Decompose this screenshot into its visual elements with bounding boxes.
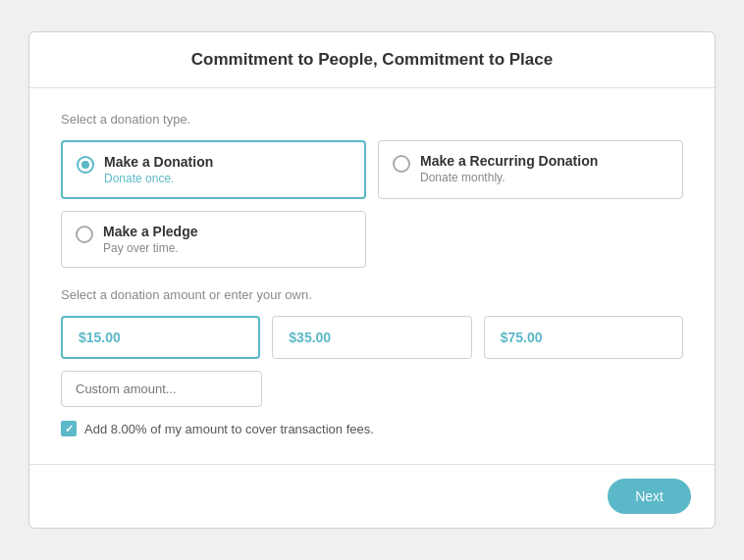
donation-type-recurring[interactable]: Make a Recurring Donation Donate monthly… — [378, 140, 683, 199]
option-title-once: Make a Donation — [104, 154, 213, 170]
option-text-once: Make a Donation Donate once. — [104, 154, 213, 185]
amount-grid: $15.00 $35.00 $75.00 — [61, 316, 683, 359]
donation-card: Commitment to People, Commitment to Plac… — [28, 31, 716, 529]
option-text-pledge: Make a Pledge Pay over time. — [103, 224, 198, 255]
card-title: Commitment to People, Commitment to Plac… — [191, 50, 553, 69]
option-title-recurring: Make a Recurring Donation — [420, 153, 598, 169]
card-footer: Next — [29, 464, 715, 528]
option-text-recurring: Make a Recurring Donation Donate monthly… — [420, 153, 598, 184]
fees-checkbox[interactable] — [61, 421, 77, 436]
custom-amount-input[interactable] — [61, 371, 262, 407]
card-body: Select a donation type. Make a Donation … — [29, 88, 715, 464]
donation-type-once[interactable]: Make a Donation Donate once. — [61, 140, 366, 199]
donation-type-label: Select a donation type. — [61, 112, 683, 127]
radio-pledge — [76, 226, 93, 243]
card-header: Commitment to People, Commitment to Plac… — [29, 32, 715, 88]
fees-label: Add 8.00% of my amount to cover transact… — [84, 422, 374, 436]
pledge-row: Make a Pledge Pay over time. — [61, 211, 683, 268]
donation-type-grid: Make a Donation Donate once. Make a Recu… — [61, 140, 683, 199]
option-title-pledge: Make a Pledge — [103, 224, 198, 239]
radio-recurring — [393, 155, 410, 173]
amount-button-15[interactable]: $15.00 — [61, 316, 260, 359]
amount-button-35[interactable]: $35.00 — [272, 316, 471, 359]
option-sub-once: Donate once. — [104, 172, 213, 185]
fees-row: Add 8.00% of my amount to cover transact… — [61, 421, 683, 436]
amount-label: Select a donation amount or enter your o… — [61, 287, 683, 302]
amount-button-75[interactable]: $75.00 — [484, 316, 683, 359]
radio-once — [77, 156, 94, 174]
amount-section: Select a donation amount or enter your o… — [61, 287, 683, 407]
option-sub-pledge: Pay over time. — [103, 241, 198, 255]
option-sub-recurring: Donate monthly. — [420, 171, 598, 184]
donation-type-pledge[interactable]: Make a Pledge Pay over time. — [61, 211, 366, 268]
next-button[interactable]: Next — [608, 479, 691, 514]
